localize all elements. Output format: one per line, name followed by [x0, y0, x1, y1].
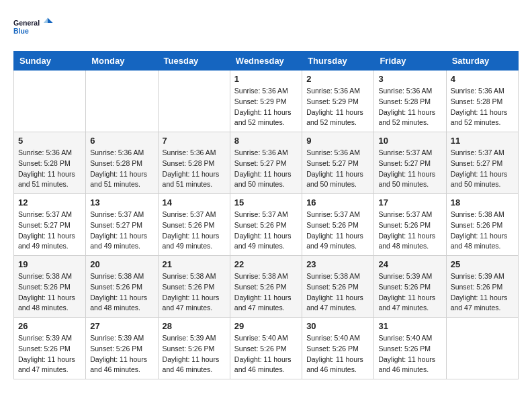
calendar-cell: 20Sunrise: 5:38 AM Sunset: 5:26 PM Dayli…	[86, 256, 158, 318]
calendar-cell: 28Sunrise: 5:39 AM Sunset: 5:26 PM Dayli…	[158, 318, 230, 379]
calendar-cell: 19Sunrise: 5:38 AM Sunset: 5:26 PM Dayli…	[14, 256, 86, 318]
day-info: Sunrise: 5:37 AM Sunset: 5:27 PM Dayligh…	[378, 148, 441, 190]
day-number: 6	[90, 136, 153, 146]
day-info: Sunrise: 5:40 AM Sunset: 5:26 PM Dayligh…	[378, 333, 441, 375]
day-number: 12	[18, 197, 81, 208]
day-info: Sunrise: 5:40 AM Sunset: 5:26 PM Dayligh…	[306, 333, 369, 375]
logo: General Blue	[13, 13, 54, 40]
calendar-cell: 24Sunrise: 5:39 AM Sunset: 5:26 PM Dayli…	[374, 256, 446, 318]
day-number: 11	[451, 136, 514, 146]
calendar-cell: 23Sunrise: 5:38 AM Sunset: 5:26 PM Dayli…	[302, 256, 374, 318]
calendar-cell: 4Sunrise: 5:36 AM Sunset: 5:28 PM Daylig…	[446, 71, 518, 132]
weekday-header-monday: Monday	[86, 52, 158, 71]
page-header: General Blue	[13, 13, 519, 40]
day-number: 10	[378, 136, 441, 146]
calendar-week-3: 12Sunrise: 5:37 AM Sunset: 5:27 PM Dayli…	[14, 194, 519, 256]
day-info: Sunrise: 5:39 AM Sunset: 5:26 PM Dayligh…	[90, 333, 153, 375]
day-info: Sunrise: 5:37 AM Sunset: 5:26 PM Dayligh…	[378, 210, 441, 252]
day-info: Sunrise: 5:36 AM Sunset: 5:27 PM Dayligh…	[234, 148, 298, 190]
day-number: 23	[306, 259, 369, 269]
day-number: 25	[451, 259, 514, 269]
day-number: 15	[234, 197, 298, 208]
calendar-cell: 7Sunrise: 5:36 AM Sunset: 5:28 PM Daylig…	[158, 132, 230, 194]
day-info: Sunrise: 5:37 AM Sunset: 5:27 PM Dayligh…	[451, 148, 514, 190]
day-info: Sunrise: 5:38 AM Sunset: 5:26 PM Dayligh…	[90, 271, 153, 314]
calendar-cell: 16Sunrise: 5:37 AM Sunset: 5:26 PM Dayli…	[302, 194, 374, 256]
day-number: 14	[163, 197, 226, 208]
logo-svg: General Blue	[13, 13, 54, 40]
calendar-cell: 27Sunrise: 5:39 AM Sunset: 5:26 PM Dayli…	[86, 318, 158, 379]
day-number: 13	[90, 197, 153, 208]
calendar-cell: 10Sunrise: 5:37 AM Sunset: 5:27 PM Dayli…	[374, 132, 446, 194]
day-number: 8	[234, 136, 298, 146]
day-info: Sunrise: 5:36 AM Sunset: 5:29 PM Dayligh…	[306, 86, 369, 128]
day-info: Sunrise: 5:39 AM Sunset: 5:26 PM Dayligh…	[451, 271, 514, 314]
weekday-header-saturday: Saturday	[446, 52, 518, 71]
day-info: Sunrise: 5:38 AM Sunset: 5:26 PM Dayligh…	[451, 210, 514, 252]
day-info: Sunrise: 5:36 AM Sunset: 5:28 PM Dayligh…	[90, 148, 153, 190]
calendar-cell	[86, 71, 158, 132]
day-info: Sunrise: 5:36 AM Sunset: 5:29 PM Dayligh…	[234, 86, 298, 128]
day-number: 31	[378, 321, 441, 331]
calendar-cell: 14Sunrise: 5:37 AM Sunset: 5:26 PM Dayli…	[158, 194, 230, 256]
day-info: Sunrise: 5:36 AM Sunset: 5:28 PM Dayligh…	[18, 148, 81, 190]
calendar-cell: 31Sunrise: 5:40 AM Sunset: 5:26 PM Dayli…	[374, 318, 446, 379]
calendar-week-2: 5Sunrise: 5:36 AM Sunset: 5:28 PM Daylig…	[14, 132, 519, 194]
day-info: Sunrise: 5:38 AM Sunset: 5:26 PM Dayligh…	[234, 271, 298, 314]
day-info: Sunrise: 5:39 AM Sunset: 5:26 PM Dayligh…	[378, 271, 441, 314]
calendar-cell: 22Sunrise: 5:38 AM Sunset: 5:26 PM Dayli…	[230, 256, 302, 318]
calendar-cell: 18Sunrise: 5:38 AM Sunset: 5:26 PM Dayli…	[446, 194, 518, 256]
day-info: Sunrise: 5:37 AM Sunset: 5:26 PM Dayligh…	[234, 210, 298, 252]
calendar-week-1: 1Sunrise: 5:36 AM Sunset: 5:29 PM Daylig…	[14, 71, 519, 132]
svg-text:General: General	[13, 19, 40, 27]
day-info: Sunrise: 5:37 AM Sunset: 5:27 PM Dayligh…	[90, 210, 153, 252]
day-number: 20	[90, 259, 153, 269]
calendar-cell: 21Sunrise: 5:38 AM Sunset: 5:26 PM Dayli…	[158, 256, 230, 318]
day-info: Sunrise: 5:36 AM Sunset: 5:28 PM Dayligh…	[378, 86, 441, 128]
day-number: 21	[163, 259, 226, 269]
day-info: Sunrise: 5:37 AM Sunset: 5:26 PM Dayligh…	[306, 210, 369, 252]
calendar-cell: 29Sunrise: 5:40 AM Sunset: 5:26 PM Dayli…	[230, 318, 302, 379]
day-info: Sunrise: 5:38 AM Sunset: 5:26 PM Dayligh…	[306, 271, 369, 314]
calendar-week-4: 19Sunrise: 5:38 AM Sunset: 5:26 PM Dayli…	[14, 256, 519, 318]
weekday-header-friday: Friday	[374, 52, 446, 71]
day-number: 9	[306, 136, 369, 146]
day-number: 29	[234, 321, 298, 331]
day-info: Sunrise: 5:39 AM Sunset: 5:26 PM Dayligh…	[163, 333, 226, 375]
calendar-cell: 30Sunrise: 5:40 AM Sunset: 5:26 PM Dayli…	[302, 318, 374, 379]
calendar-cell: 8Sunrise: 5:36 AM Sunset: 5:27 PM Daylig…	[230, 132, 302, 194]
weekday-header-sunday: Sunday	[14, 52, 86, 71]
day-number: 27	[90, 321, 153, 331]
day-number: 3	[378, 74, 441, 84]
calendar-cell	[158, 71, 230, 132]
weekday-header-wednesday: Wednesday	[230, 52, 302, 71]
calendar-cell: 15Sunrise: 5:37 AM Sunset: 5:26 PM Dayli…	[230, 194, 302, 256]
day-info: Sunrise: 5:38 AM Sunset: 5:26 PM Dayligh…	[163, 271, 226, 314]
weekday-header-tuesday: Tuesday	[158, 52, 230, 71]
day-number: 18	[451, 197, 514, 208]
svg-marker-3	[44, 18, 48, 24]
day-info: Sunrise: 5:36 AM Sunset: 5:27 PM Dayligh…	[306, 148, 369, 190]
calendar-cell	[14, 71, 86, 132]
day-number: 17	[378, 197, 441, 208]
calendar-cell: 5Sunrise: 5:36 AM Sunset: 5:28 PM Daylig…	[14, 132, 86, 194]
svg-marker-2	[48, 18, 53, 24]
calendar-cell: 26Sunrise: 5:39 AM Sunset: 5:26 PM Dayli…	[14, 318, 86, 379]
day-number: 2	[306, 74, 369, 84]
day-info: Sunrise: 5:36 AM Sunset: 5:28 PM Dayligh…	[451, 86, 514, 128]
calendar-week-5: 26Sunrise: 5:39 AM Sunset: 5:26 PM Dayli…	[14, 318, 519, 379]
calendar-cell: 2Sunrise: 5:36 AM Sunset: 5:29 PM Daylig…	[302, 71, 374, 132]
day-number: 19	[18, 259, 81, 269]
calendar-cell: 25Sunrise: 5:39 AM Sunset: 5:26 PM Dayli…	[446, 256, 518, 318]
weekday-header-row: SundayMondayTuesdayWednesdayThursdayFrid…	[14, 52, 519, 71]
calendar-cell	[446, 318, 518, 379]
calendar-cell: 6Sunrise: 5:36 AM Sunset: 5:28 PM Daylig…	[86, 132, 158, 194]
weekday-header-thursday: Thursday	[302, 52, 374, 71]
day-number: 30	[306, 321, 369, 331]
calendar-cell: 17Sunrise: 5:37 AM Sunset: 5:26 PM Dayli…	[374, 194, 446, 256]
day-info: Sunrise: 5:36 AM Sunset: 5:28 PM Dayligh…	[163, 148, 226, 190]
calendar-cell: 9Sunrise: 5:36 AM Sunset: 5:27 PM Daylig…	[302, 132, 374, 194]
day-number: 16	[306, 197, 369, 208]
day-number: 4	[451, 74, 514, 84]
calendar-cell: 3Sunrise: 5:36 AM Sunset: 5:28 PM Daylig…	[374, 71, 446, 132]
